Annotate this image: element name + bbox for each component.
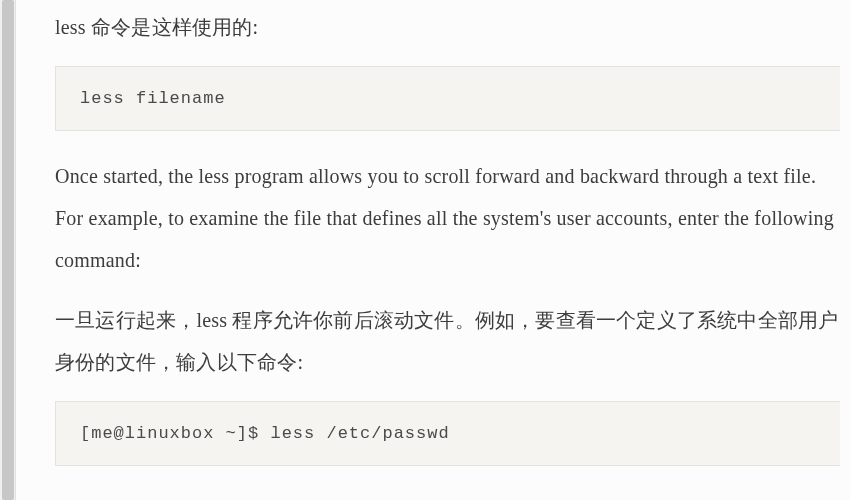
- paragraph-en: Once started, the less program allows yo…: [55, 155, 840, 281]
- document-content: less 命令是这样使用的: less filename Once starte…: [0, 0, 850, 466]
- code-block-2: [me@linuxbox ~]$ less /etc/passwd: [55, 401, 840, 466]
- code-block-1: less filename: [55, 66, 840, 131]
- scrollbar-thumb[interactable]: [2, 0, 14, 500]
- scrollbar-track[interactable]: [0, 0, 16, 500]
- intro-paragraph-cn: less 命令是这样使用的:: [55, 6, 840, 48]
- paragraph-cn: 一旦运行起来，less 程序允许你前后滚动文件。例如，要查看一个定义了系统中全部…: [55, 299, 840, 383]
